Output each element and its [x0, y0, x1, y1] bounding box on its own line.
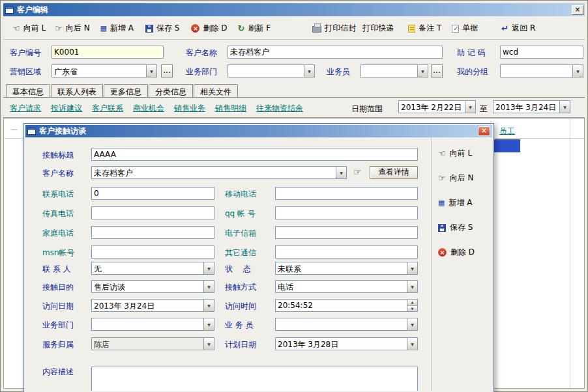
my-group-combobox[interactable]: ▼ [500, 64, 583, 77]
salesman-combobox[interactable]: ▼ [360, 64, 428, 77]
dialog-close-button[interactable]: × [478, 126, 490, 136]
toolbar-save-button[interactable]: 保存 S [143, 21, 182, 36]
toolbar-next-button[interactable]: ☞ 向后 N [52, 21, 92, 36]
hand-right-icon: ☞ [55, 24, 63, 33]
tab-related-files[interactable]: 相关文件 [194, 84, 238, 98]
chevron-down-icon[interactable]: ▼ [407, 318, 417, 330]
customer-name-input[interactable] [228, 46, 443, 59]
dialog-customer-name-combobox[interactable]: 未存档客户 ▼ [91, 166, 347, 179]
toolbar-note-button[interactable]: 备注 T [405, 21, 444, 36]
other-contact-input[interactable] [275, 245, 418, 259]
chevron-down-icon[interactable]: ▼ [203, 262, 214, 274]
tab-basic-info[interactable]: 基本信息 [6, 84, 50, 98]
chevron-down-icon[interactable]: ▼ [407, 281, 417, 292]
dialog-next-button[interactable]: ☞ 向后 N [438, 173, 473, 184]
grid-column-header-staff[interactable]: 员工 [499, 126, 515, 137]
chevron-down-icon[interactable]: ▼ [336, 167, 346, 178]
dialog-forward-button[interactable]: ☜ 向前 L [438, 148, 472, 159]
department-value [228, 65, 304, 77]
date-range-label: 日期范围 [351, 104, 383, 115]
region-value: 广东省 [52, 65, 146, 77]
visit-date-combobox[interactable]: 2013年 3月24日 ▼ [91, 299, 214, 312]
salesman-more-button[interactable]: ... [431, 64, 443, 77]
toolbar-delete-button[interactable]: × 删除 D [188, 21, 229, 36]
view-detail-button[interactable]: 查看详情 [370, 166, 418, 179]
toolbar-print-envelope-button[interactable]: 打印信封 [310, 21, 359, 36]
email-input[interactable] [275, 226, 418, 239]
subtab-customer-request[interactable]: 客户请求 [10, 103, 41, 114]
subtab-complaint[interactable]: 投诉建议 [51, 103, 82, 114]
description-textarea[interactable] [91, 367, 418, 391]
dialog-save-button[interactable]: 保存 S [438, 222, 473, 233]
date-from-combobox[interactable]: 2013年 2月22日 ▼ [398, 100, 476, 113]
chevron-down-icon[interactable]: ▼ [203, 318, 214, 330]
contact-title-input[interactable] [91, 148, 418, 161]
home-phone-input[interactable] [91, 226, 214, 239]
save-icon [438, 224, 446, 232]
visit-time-spinner[interactable]: 20:54:52 ▲ ▼ [275, 299, 418, 312]
subtab-sales-business[interactable]: 销售业务 [174, 103, 205, 114]
customer-code-label: 客户编号 [10, 48, 41, 59]
subtab-customer-contact[interactable]: 客户联系 [92, 103, 123, 114]
status-combobox[interactable]: 未联系 ▼ [275, 262, 418, 275]
department-combobox[interactable]: ▼ [228, 64, 315, 77]
chevron-down-icon[interactable]: ▼ [407, 262, 417, 274]
chevron-down-icon[interactable]: ▼ [572, 65, 583, 77]
dialog-new-button[interactable]: ▦ 新增 A [438, 197, 472, 208]
msn-input[interactable] [91, 245, 214, 259]
plan-date-label: 计划日期 [225, 339, 256, 350]
chevron-down-icon[interactable]: ▼ [203, 281, 214, 292]
window-close-button[interactable]: × [572, 5, 583, 15]
dialog-salesman-combobox[interactable]: ▼ [275, 318, 418, 331]
tab-more-info[interactable]: 更多信息 [104, 84, 148, 98]
region-combobox[interactable]: 广东省 ▼ [51, 64, 157, 77]
subtab-business-opportunity[interactable]: 商业机会 [133, 103, 164, 114]
qq-input[interactable] [275, 206, 418, 219]
contact-person-combobox[interactable]: 无 ▼ [91, 262, 214, 275]
subtab-balance[interactable]: 往来物资结余 [256, 103, 303, 114]
service-owner-combobox[interactable]: 陈店 ▼ [91, 337, 214, 350]
dialog-delete-button[interactable]: × 删除 D [438, 247, 475, 258]
toolbar-new-button[interactable]: ▦ 新增 A [98, 21, 136, 36]
chevron-down-icon[interactable]: ▼ [146, 65, 156, 77]
customer-edit-window: 客户编辑 × ☜ 向前 L ☞ 向后 N ▦ 新增 A 保存 S × 删除 D … [0, 0, 588, 392]
customer-code-input[interactable] [51, 46, 164, 59]
mobile-input[interactable] [275, 187, 418, 200]
chevron-down-icon[interactable]: ▼ [304, 65, 314, 77]
fax-input[interactable] [91, 206, 214, 219]
chevron-down-icon[interactable]: ▼ [203, 300, 214, 311]
dialog-forward-label: 向前 L [450, 148, 473, 159]
chevron-down-icon[interactable]: ▼ [407, 338, 417, 350]
toolbar-forward-button[interactable]: ☜ 向前 L [10, 21, 48, 36]
method-label: 接触方式 [225, 282, 256, 293]
spin-up-icon[interactable]: ▲ [407, 300, 417, 305]
toolbar-refresh-button[interactable]: ↻ 刷新 F [235, 21, 274, 36]
toolbar-return-button[interactable]: ↵ 返回 R [499, 21, 538, 36]
document-check-icon: ✓ [452, 25, 459, 33]
chevron-down-icon[interactable]: ▼ [559, 101, 570, 113]
dialog-department-value [92, 318, 203, 330]
phone-input[interactable] [91, 187, 214, 200]
chevron-down-icon[interactable]: ▼ [465, 101, 475, 113]
dialog-body: 接触标题 客户名称 未存档客户 ▼ ☞ 查看详情 联系电话 移动电话 传真电话 … [25, 137, 492, 391]
chevron-down-icon[interactable]: ▼ [417, 65, 428, 77]
toolbar-print-express-button[interactable]: 打印快递 [360, 21, 396, 36]
plan-date-combobox[interactable]: 2013年 3月28日 ▼ [275, 337, 418, 350]
toolbar-next-label: 向后 N [66, 23, 90, 34]
tab-category-info[interactable]: 分类信息 [149, 84, 193, 98]
toolbar-note-label: 备注 T [419, 23, 441, 34]
method-combobox[interactable]: 电话 ▼ [275, 280, 418, 293]
chevron-down-icon[interactable]: ▼ [203, 338, 214, 350]
spin-down-icon[interactable]: ▼ [407, 305, 417, 312]
hand-left-icon: ☜ [438, 149, 446, 158]
dialog-department-combobox[interactable]: ▼ [91, 318, 214, 331]
tab-contact-list[interactable]: 联系人列表 [51, 84, 103, 98]
purpose-combobox[interactable]: 售后访谈 ▼ [91, 280, 214, 293]
region-more-button[interactable]: ... [161, 64, 173, 77]
date-to-combobox[interactable]: 2013年 3月24日 ▼ [493, 100, 570, 113]
toolbar-document-button[interactable]: ✓ 单据 [449, 21, 480, 36]
subtab-sales-detail[interactable]: 销售明细 [215, 103, 246, 114]
visit-date-value: 2013年 3月24日 [92, 300, 203, 311]
mnemonic-input[interactable] [500, 46, 583, 59]
toolbar-print-envelope-label: 打印信封 [325, 23, 356, 34]
